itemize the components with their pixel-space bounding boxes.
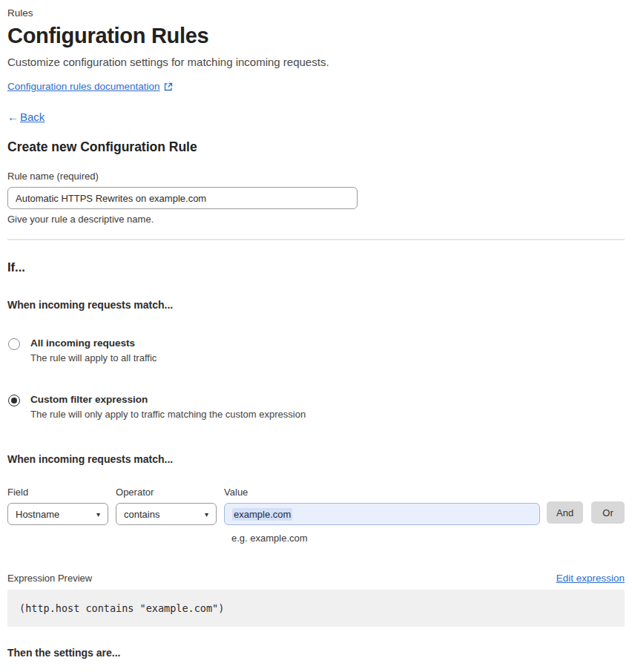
external-link-icon [164,82,173,91]
page-subtitle: Customize configuration settings for mat… [7,56,625,68]
radio-option-custom-filter[interactable]: Custom filter expression The rule will o… [7,394,625,420]
field-select-value: Hostname [16,509,59,520]
if-heading: If... [7,260,625,274]
value-input[interactable]: example.com [224,503,540,525]
configuration-rules-page: Rules Configuration Rules Customize conf… [0,0,632,672]
or-button[interactable]: Or [591,501,625,524]
radio-custom-filter-expression[interactable] [8,395,20,406]
rule-name-label: Rule name (required) [7,171,625,182]
back-arrow-icon: ← [7,111,19,123]
page-title: Configuration Rules [7,24,625,48]
chevron-down-icon: ▾ [96,510,100,518]
rule-name-input[interactable] [7,187,358,209]
chevron-down-icon: ▾ [205,510,208,518]
field-label: Field [7,487,108,498]
back-link[interactable]: Back [20,111,45,123]
radio-option-description: The rule will apply to all traffic [30,352,157,363]
breadcrumb: Rules [7,7,625,19]
value-input-text: example.com [232,508,292,521]
operator-select[interactable]: contains ▾ [116,503,217,525]
then-settings-heading: Then the settings are... [7,647,625,659]
operator-select-value: contains [124,509,159,520]
radio-option-label: All incoming requests [30,337,157,349]
value-help-text: e.g. example.com [231,533,625,544]
rule-name-help: Give your rule a descriptive name. [7,214,625,225]
section-divider [7,239,625,240]
radio-option-description: The rule will only apply to traffic matc… [30,409,306,420]
create-rule-heading: Create new Configuration Rule [7,139,625,155]
expression-preview-code: (http.host contains "example.com") [7,590,625,627]
documentation-link[interactable]: Configuration rules documentation [7,81,160,92]
expression-builder-row: Field Hostname ▾ Operator contains ▾ Val… [7,487,625,525]
field-select[interactable]: Hostname ▾ [7,503,108,525]
radio-option-all-requests[interactable]: All incoming requests The rule will appl… [7,337,625,363]
edit-expression-link[interactable]: Edit expression [556,573,625,584]
value-label: Value [224,487,540,498]
operator-label: Operator [116,487,217,498]
radio-all-incoming-requests[interactable] [8,338,20,350]
and-button[interactable]: And [547,501,583,524]
expression-preview-label: Expression Preview [7,573,92,584]
match-heading: When incoming requests match... [7,299,625,311]
builder-heading: When incoming requests match... [7,453,625,465]
radio-option-label: Custom filter expression [30,394,306,405]
